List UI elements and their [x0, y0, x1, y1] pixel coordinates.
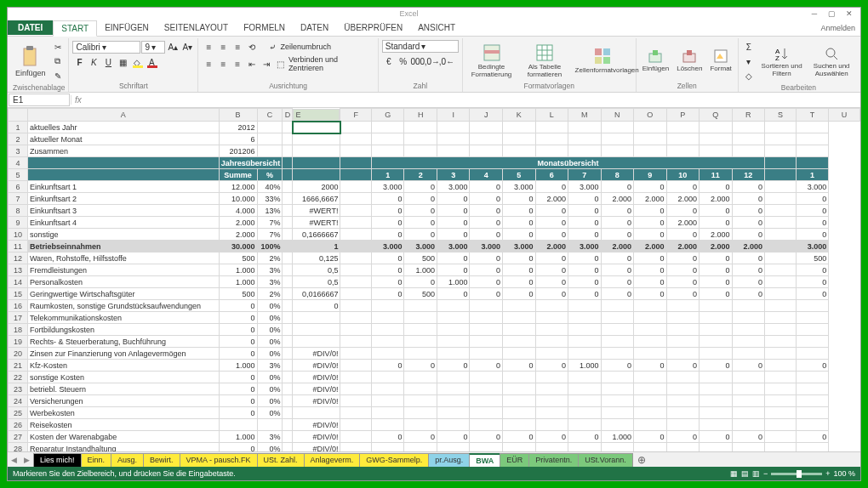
cell[interactable]: 0: [796, 264, 829, 276]
cell[interactable]: Reisekosten: [27, 419, 219, 431]
cell[interactable]: 0: [700, 360, 733, 372]
cell[interactable]: 0: [634, 431, 667, 443]
cell[interactable]: Einkunftsart 2: [27, 193, 219, 205]
cell[interactable]: 2.000: [601, 241, 634, 253]
cell[interactable]: 0: [568, 253, 602, 264]
col-header-S[interactable]: S: [765, 109, 797, 122]
cell[interactable]: 0: [666, 264, 700, 276]
minimize-icon[interactable]: ─: [807, 9, 822, 18]
cell[interactable]: 0%: [257, 300, 283, 312]
row-header[interactable]: 7: [9, 193, 28, 205]
cell[interactable]: 0%: [257, 372, 283, 383]
cell[interactable]: [634, 419, 667, 431]
cell[interactable]: [765, 276, 797, 288]
cell[interactable]: 2.000: [666, 193, 700, 205]
cell[interactable]: 0: [666, 229, 700, 241]
cell[interactable]: [283, 407, 293, 419]
cell[interactable]: 0: [700, 253, 733, 264]
cell[interactable]: 3%: [257, 360, 283, 372]
cell[interactable]: [796, 336, 829, 348]
cell[interactable]: [568, 395, 602, 407]
cell[interactable]: Zusammen: [27, 145, 219, 157]
cell[interactable]: [502, 133, 535, 145]
cell[interactable]: 0: [437, 264, 470, 276]
cell[interactable]: [765, 193, 797, 205]
cell[interactable]: 0: [219, 324, 257, 336]
cell[interactable]: [371, 372, 404, 383]
cell[interactable]: 2.000: [700, 193, 733, 205]
cell[interactable]: [796, 133, 829, 145]
cell[interactable]: [601, 122, 634, 133]
cell[interactable]: 100%: [257, 241, 283, 253]
cell[interactable]: [470, 372, 503, 383]
row-header[interactable]: 23: [9, 383, 28, 395]
cell[interactable]: 3.000: [470, 241, 503, 253]
cell[interactable]: 0: [371, 217, 404, 229]
cell[interactable]: 3%: [257, 264, 283, 276]
cell[interactable]: [796, 348, 829, 360]
cell[interactable]: [732, 395, 765, 407]
cell[interactable]: [404, 348, 437, 360]
cell[interactable]: [666, 383, 700, 395]
cell[interactable]: [601, 145, 634, 157]
col-header-O[interactable]: O: [634, 109, 667, 122]
cell[interactable]: [601, 395, 634, 407]
cell[interactable]: [340, 264, 372, 276]
cell[interactable]: 0: [219, 407, 257, 419]
cell[interactable]: Zinsen zur Finanzierung von Anlagevermög…: [27, 348, 219, 360]
cell[interactable]: [437, 419, 470, 431]
cell[interactable]: [371, 133, 404, 145]
cell[interactable]: [502, 443, 535, 452]
cell[interactable]: 0: [700, 264, 733, 276]
cell[interactable]: [470, 312, 503, 324]
cell[interactable]: [666, 324, 700, 336]
col-header-L[interactable]: L: [535, 109, 568, 122]
cell[interactable]: [765, 288, 797, 300]
row-header[interactable]: 24: [9, 395, 28, 407]
cell[interactable]: 0: [732, 276, 765, 288]
cell[interactable]: sonstige Kosten: [27, 372, 219, 383]
cell[interactable]: [700, 336, 733, 348]
cell[interactable]: [796, 145, 829, 157]
cell[interactable]: [371, 324, 404, 336]
cell[interactable]: [601, 133, 634, 145]
align-top-icon[interactable]: ≡: [202, 40, 215, 54]
cell[interactable]: [340, 395, 372, 407]
cell[interactable]: [601, 324, 634, 336]
cell[interactable]: [502, 122, 535, 133]
cell[interactable]: 0: [219, 383, 257, 395]
cell[interactable]: [470, 419, 503, 431]
cell[interactable]: [404, 145, 437, 157]
row-header[interactable]: 4: [9, 157, 28, 169]
cell[interactable]: 0: [219, 395, 257, 407]
cell[interactable]: [765, 122, 797, 133]
zoom-level[interactable]: 100 %: [833, 469, 855, 478]
cell[interactable]: 0: [634, 181, 667, 193]
format-table-button[interactable]: Als Tabelle formatieren: [519, 43, 569, 78]
cell[interactable]: [568, 324, 602, 336]
row-header[interactable]: 11: [9, 241, 28, 253]
cell[interactable]: 1.000: [219, 360, 257, 372]
cell[interactable]: [470, 395, 503, 407]
cell[interactable]: [502, 383, 535, 395]
cell[interactable]: 0: [371, 431, 404, 443]
cell[interactable]: [340, 276, 372, 288]
cell[interactable]: [502, 336, 535, 348]
cell[interactable]: #WERT!: [293, 205, 340, 217]
tab-data[interactable]: DATEN: [293, 20, 336, 35]
cell[interactable]: 0,1666667: [293, 229, 340, 241]
cell[interactable]: 3%: [257, 431, 283, 443]
cell[interactable]: 0: [371, 264, 404, 276]
cell[interactable]: 0: [666, 431, 700, 443]
cell[interactable]: Kosten der Warenabgabe: [27, 431, 219, 443]
cell[interactable]: Einkunftsart 3: [27, 205, 219, 217]
cell[interactable]: [404, 122, 437, 133]
maximize-icon[interactable]: ▢: [824, 9, 839, 18]
cell[interactable]: 0: [219, 336, 257, 348]
indent-dec-icon[interactable]: ⇤: [245, 57, 259, 71]
row-header[interactable]: 12: [9, 253, 28, 264]
cell[interactable]: [340, 241, 372, 253]
cell[interactable]: [796, 324, 829, 336]
cell[interactable]: [470, 324, 503, 336]
cell[interactable]: [340, 360, 372, 372]
